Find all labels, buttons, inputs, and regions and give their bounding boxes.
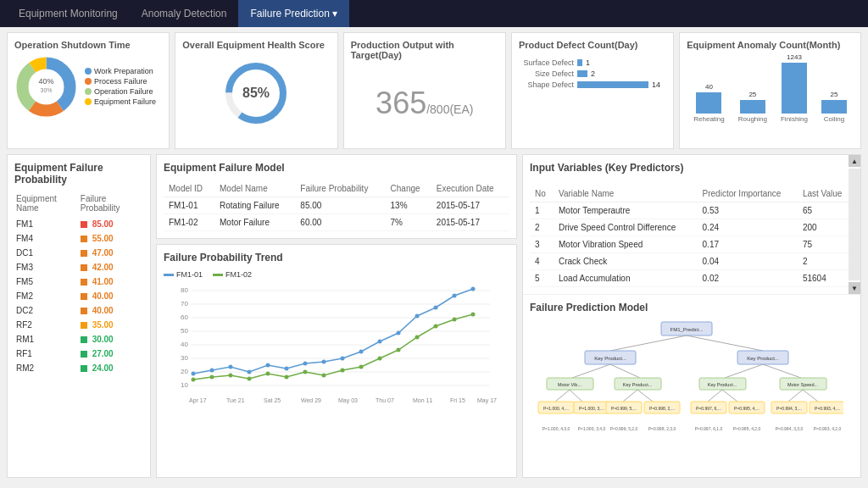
eq-failure-table: EquipmentName FailureProbability FM1 85.… <box>14 192 143 376</box>
svg-text:P=0.995, 4,...: P=0.995, 4,... <box>734 406 760 411</box>
eq-table-row: RF2 35.00 <box>16 319 142 331</box>
svg-point-52 <box>397 348 401 352</box>
health-score-title: Overall Equipment Health Score <box>182 40 330 50</box>
predictors-section: Input Variables (Key Predictors) ▲ ▼ No … <box>523 155 860 295</box>
svg-point-40 <box>471 287 476 291</box>
svg-text:P=1.000, 4,3,0: P=1.000, 4,3,0 <box>542 426 570 431</box>
eq-name: DC1 <box>16 247 79 259</box>
eq-prob: 40.00 <box>81 304 142 317</box>
svg-text:40%: 40% <box>38 77 53 86</box>
svg-text:60: 60 <box>181 313 188 321</box>
svg-text:P=0.995, 4,2,0: P=0.995, 4,2,0 <box>733 426 761 431</box>
health-gauge: 85% <box>222 59 290 127</box>
svg-text:P=0.999, 5,2,0: P=0.999, 5,2,0 <box>610 426 638 431</box>
shutdown-donut-container: 40% 30% Work Preparation Process Failure… <box>14 55 162 119</box>
svg-text:10: 10 <box>181 381 188 389</box>
svg-text:40: 40 <box>181 341 188 348</box>
shutdown-donut-chart: 40% 30% <box>14 55 78 119</box>
pred-name: Drive Speed Control Difference <box>554 219 698 236</box>
eq-name: RF1 <box>16 347 79 360</box>
eq-table-row: FM3 42.00 <box>16 261 142 274</box>
equipment-failure-panel: Equipment Failure Probability EquipmentN… <box>7 154 151 478</box>
fm-prob: 60.00 <box>295 214 385 231</box>
fm-model-card: Equipment Failure Model Model IDModel Na… <box>156 154 517 239</box>
svg-point-35 <box>378 340 382 344</box>
nav-anomaly-detection[interactable]: Anomaly Detection <box>130 0 239 27</box>
svg-point-25 <box>192 372 196 376</box>
svg-text:Tue 21: Tue 21 <box>226 397 245 403</box>
svg-text:50: 50 <box>181 327 188 335</box>
svg-point-50 <box>359 365 364 369</box>
svg-text:P=0.994, 3,...: P=0.994, 3,... <box>776 406 802 411</box>
svg-text:30%: 30% <box>40 87 52 93</box>
svg-text:P=1.000, 3,4,0: P=1.000, 3,4,0 <box>578 426 606 431</box>
svg-text:P=0.993, 4,2,0: P=0.993, 4,2,0 <box>814 426 842 431</box>
svg-text:May 17: May 17 <box>477 397 497 404</box>
pred-value: 2 <box>798 253 854 270</box>
fm-date: 2015-05-17 <box>431 197 509 214</box>
top-navigation: Equipment Monitoring Anomaly Detection F… <box>0 0 868 27</box>
svg-point-32 <box>322 360 326 364</box>
eq-failure-title: Equipment Failure Probability <box>14 162 143 186</box>
svg-point-31 <box>303 362 308 366</box>
svg-text:Key Product...: Key Product... <box>747 356 779 361</box>
svg-text:Fri 15: Fri 15 <box>450 397 465 403</box>
svg-line-77 <box>763 364 801 378</box>
eq-name: FM3 <box>16 261 79 274</box>
fm-change: 7% <box>386 214 431 231</box>
production-container: 365/800(EA) <box>351 65 498 141</box>
anomaly-bar-reheating: 40 Reheating <box>693 83 724 123</box>
eq-name: RM1 <box>16 333 79 346</box>
eq-prob: 41.00 <box>81 275 142 288</box>
svg-text:Motor Vib...: Motor Vib... <box>558 382 581 387</box>
fm-table-row: FM1-01 Rotating Failure 85.00 13% 2015-0… <box>164 197 509 214</box>
scroll-up-btn[interactable]: ▲ <box>849 155 860 167</box>
nav-failure-prediction[interactable]: Failure Prediction ▾ <box>238 0 349 27</box>
svg-text:P=0.999, 5,...: P=0.999, 5,... <box>611 406 637 411</box>
anomaly-title: Equipment Anomaly Count(Month) <box>687 40 854 50</box>
pred-col-no: No <box>530 186 554 202</box>
defect-title: Product Defect Count(Day) <box>519 40 666 50</box>
fm-col-header: Model Name <box>214 180 295 197</box>
svg-point-55 <box>453 318 457 322</box>
svg-point-43 <box>229 374 233 378</box>
pred-importance: 0.04 <box>698 253 798 270</box>
production-value: 365/800(EA) <box>376 86 473 121</box>
pred-importance: 0.17 <box>698 236 798 253</box>
anomaly-bar-coiling: 25 Coiling <box>821 91 847 123</box>
pred-value: 200 <box>798 219 854 236</box>
svg-line-86 <box>555 390 570 402</box>
eq-prob: 42.00 <box>81 261 142 274</box>
predictor-table: No Variable Name Predictor Importance La… <box>530 186 854 287</box>
eq-prob: 55.00 <box>81 232 142 245</box>
pred-importance: 0.53 <box>698 202 798 219</box>
production-title: Production Output with Target(Day) <box>351 40 498 60</box>
anomaly-bar-roughing: 25 Roughing <box>738 91 767 123</box>
fp-model-svg: FM1_Predict... Key Product... Key Produc… <box>530 320 843 469</box>
svg-point-26 <box>210 369 214 373</box>
pred-name: Motor Vibration Speed <box>554 236 698 253</box>
svg-point-37 <box>415 314 420 319</box>
svg-text:85%: 85% <box>242 86 270 100</box>
svg-point-49 <box>341 369 345 373</box>
eq-name: DC2 <box>16 304 79 317</box>
pred-col-value: Last Value <box>798 186 854 202</box>
production-card: Production Output with Target(Day) 365/8… <box>343 32 506 149</box>
svg-text:Key Product...: Key Product... <box>708 382 737 387</box>
trend-card: Failure Probability Trend FM1-01 FM1-02 … <box>156 244 517 478</box>
nav-equipment-monitoring[interactable]: Equipment Monitoring <box>7 0 130 27</box>
shutdown-title: Operation Shutdown Time <box>14 40 162 50</box>
scroll-down-btn[interactable]: ▼ <box>849 282 860 294</box>
eq-name: FM2 <box>16 290 79 302</box>
svg-text:May 03: May 03 <box>338 397 358 404</box>
pred-col-importance: Predictor Importance <box>698 186 798 202</box>
eq-table-row: DC1 47.00 <box>16 247 142 259</box>
svg-line-76 <box>725 364 763 378</box>
fm-change: 13% <box>386 197 431 214</box>
fm-id: FM1-01 <box>164 197 214 214</box>
svg-line-98 <box>708 390 722 402</box>
eq-col-name: EquipmentName <box>16 194 79 216</box>
pred-value: 75 <box>798 236 854 253</box>
trend-legend-fm1: FM1-01 <box>164 270 203 279</box>
trend-legend-fm2: FM1-02 <box>213 270 252 279</box>
